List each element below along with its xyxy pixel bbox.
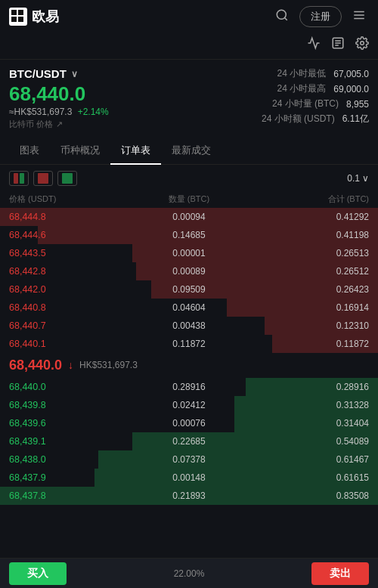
hk-price: ≈HK$531,697.3 +2.14% — [9, 107, 109, 117]
chart-icon[interactable] — [307, 36, 321, 53]
ask-row[interactable]: 68,440.8 0.04604 0.16914 — [0, 299, 378, 317]
tab-trades[interactable]: 最新成交 — [161, 138, 222, 165]
settings-icon[interactable] — [355, 36, 369, 53]
bid-row[interactable]: 68,440.0 0.28916 0.28916 — [0, 378, 378, 396]
bid-qty: 0.28916 — [129, 382, 249, 392]
tabs: 图表 币种概况 订单表 最新成交 — [0, 138, 378, 165]
search-button[interactable] — [272, 5, 292, 29]
depth-value: 0.1 — [347, 173, 360, 184]
bid-row[interactable]: 68,437.8 0.21893 0.83508 — [0, 487, 378, 505]
stat-row-vol-btc: 24 小时量 (BTC) 8,955 — [272, 97, 369, 110]
logo-text: 欧易 — [32, 8, 59, 26]
bid-row[interactable]: 68,439.8 0.02412 0.31328 — [0, 396, 378, 414]
pair-name: BTC/USDT — [9, 67, 67, 80]
view-bids-button[interactable] — [57, 171, 77, 186]
ask-qty: 0.00094 — [129, 212, 249, 222]
bid-price: 68,439.8 — [9, 400, 129, 410]
ask-total: 0.26512 — [249, 266, 369, 277]
mid-price-row: 68,440.0 ↓ HK$531,697.3 — [0, 353, 378, 378]
tab-orderbook[interactable]: 订单表 — [110, 138, 161, 165]
header-right: 注册 — [272, 5, 369, 29]
price-stats: 24 小时最低 67,005.0 24 小时最高 69,000.0 24 小时量… — [262, 67, 369, 125]
register-button[interactable]: 注册 — [299, 6, 342, 27]
ask-qty: 0.00438 — [129, 320, 249, 331]
ask-qty: 0.14685 — [129, 230, 249, 240]
stat-label-high: 24 小时最高 — [277, 82, 327, 95]
news-icon[interactable] — [331, 36, 345, 53]
bid-qty: 0.00148 — [129, 472, 249, 483]
tab-chart[interactable]: 图表 — [9, 138, 50, 165]
buy-button[interactable]: 买入 — [9, 562, 67, 585]
stat-value-high: 69,000.0 — [333, 84, 369, 94]
ask-total: 0.12310 — [249, 320, 369, 331]
bid-total: 0.61615 — [249, 472, 369, 483]
menu-button[interactable] — [349, 5, 369, 29]
ask-price: 68,442.0 — [9, 284, 129, 295]
svg-rect-0 — [11, 10, 17, 15]
ask-price: 68,440.1 — [9, 339, 129, 349]
sell-button[interactable]: 卖出 — [311, 562, 369, 585]
ask-row[interactable]: 68,444.6 0.14685 0.41198 — [0, 226, 378, 244]
svg-rect-17 — [62, 173, 73, 184]
bid-price: 68,438.0 — [9, 454, 129, 465]
svg-point-13 — [361, 42, 364, 45]
stat-row-low: 24 小时最低 67,005.0 — [277, 67, 369, 80]
bid-price: 68,437.9 — [9, 472, 129, 483]
ask-row[interactable]: 68,442.8 0.00089 0.26512 — [0, 262, 378, 280]
bid-price: 68,437.8 — [9, 491, 129, 501]
bid-total: 0.31328 — [249, 400, 369, 410]
ask-total: 0.26423 — [249, 284, 369, 295]
stat-label-vol-usdt: 24 小时额 (USDT) — [262, 113, 335, 125]
bid-total: 0.31404 — [249, 418, 369, 429]
svg-rect-15 — [20, 173, 24, 184]
pair-title: BTC/USDT ∨ — [9, 67, 109, 80]
mid-price-arrow: ↓ — [68, 359, 73, 371]
ask-row[interactable]: 68,442.0 0.09509 0.26423 — [0, 280, 378, 299]
chevron-down-icon[interactable]: ∨ — [71, 69, 78, 79]
bid-total: 0.83508 — [249, 491, 369, 501]
view-asks-button[interactable] — [33, 171, 53, 186]
ask-qty: 0.09509 — [129, 284, 249, 295]
main-price: 68,440.0 — [9, 83, 109, 105]
bid-qty: 0.02412 — [129, 400, 249, 410]
ask-row[interactable]: 68,440.7 0.00438 0.12310 — [0, 317, 378, 335]
bid-price: 68,440.0 — [9, 382, 129, 392]
ask-row[interactable]: 68,440.1 0.11872 0.11872 — [0, 335, 378, 353]
col-header-price: 价格 (USDT) — [9, 193, 129, 205]
bid-qty: 0.07378 — [129, 454, 249, 465]
tab-overview[interactable]: 币种概况 — [50, 138, 110, 165]
svg-rect-3 — [18, 17, 23, 22]
bottom-pct: 22.00% — [174, 568, 205, 579]
bid-row[interactable]: 68,438.0 0.07378 0.61467 — [0, 450, 378, 469]
ask-total: 0.41198 — [249, 230, 369, 240]
view-both-button[interactable] — [9, 171, 29, 186]
mid-price-value: 68,440.0 — [9, 357, 62, 373]
ask-total: 0.11872 — [249, 339, 369, 349]
ask-row[interactable]: 68,444.8 0.00094 0.41292 — [0, 208, 378, 226]
ask-qty: 0.00001 — [129, 248, 249, 258]
header: 欧易 注册 — [0, 0, 378, 33]
stat-row-high: 24 小时最高 69,000.0 — [277, 82, 369, 95]
bid-row[interactable]: 68,437.9 0.00148 0.61615 — [0, 469, 378, 487]
bid-row[interactable]: 68,439.6 0.00076 0.31404 — [0, 414, 378, 432]
col-header-qty: 数量 (BTC) — [129, 193, 249, 205]
depth-selector[interactable]: 0.1 ∨ — [347, 173, 369, 184]
ask-price: 68,444.8 — [9, 212, 129, 222]
view-icons — [9, 171, 77, 186]
svg-point-4 — [277, 10, 286, 19]
ask-qty: 0.00089 — [129, 266, 249, 277]
logo-icon — [9, 8, 27, 26]
ask-price: 68,440.8 — [9, 302, 129, 313]
ask-qty: 0.11872 — [129, 339, 249, 349]
ask-total: 0.16914 — [249, 302, 369, 313]
orderbook-table: 价格 (USDT) 数量 (BTC) 合计 (BTC) 68,444.8 0.0… — [0, 192, 378, 505]
svg-rect-16 — [38, 173, 48, 184]
depth-chevron-icon: ∨ — [362, 173, 369, 184]
external-link-icon[interactable]: ↗ — [56, 119, 63, 129]
sub-header — [0, 33, 378, 60]
bid-qty: 0.21893 — [129, 491, 249, 501]
ask-row[interactable]: 68,443.5 0.00001 0.26513 — [0, 244, 378, 262]
orderbook-controls: 0.1 ∨ — [0, 165, 378, 192]
bid-row[interactable]: 68,439.1 0.22685 0.54089 — [0, 432, 378, 450]
bid-price: 68,439.1 — [9, 436, 129, 447]
